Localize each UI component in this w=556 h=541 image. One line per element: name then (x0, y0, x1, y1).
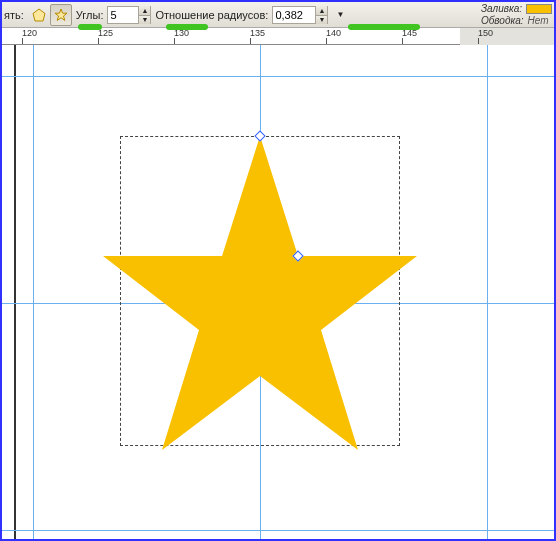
ruler-tick: 140 (326, 28, 341, 38)
toolbar: ять: Углы: ▲ ▼ Отношение радиусов: (2, 2, 554, 28)
style-indicator: Заливка: Обводка: Нет (481, 3, 552, 27)
ratio-label: Отношение радиусов: (155, 9, 268, 21)
fill-swatch[interactable] (526, 4, 552, 14)
ratio-up[interactable]: ▲ (315, 6, 327, 15)
app-window: ять: Углы: ▲ ▼ Отношение радиусов: (2, 2, 554, 539)
annotation-underline-3 (348, 24, 420, 30)
canvas[interactable] (2, 45, 554, 539)
corners-down[interactable]: ▼ (138, 15, 150, 24)
change-label: ять: (4, 9, 24, 21)
guide-horizontal[interactable] (2, 530, 554, 531)
ruler-horizontal[interactable]: 120 125 130 135 140 145 150 (2, 28, 460, 45)
ratio-down[interactable]: ▼ (315, 15, 327, 24)
ruler-tick: 120 (22, 28, 37, 38)
star-icon (54, 8, 68, 22)
guide-horizontal[interactable] (2, 76, 554, 77)
corners-spinbox[interactable]: ▲ ▼ (107, 6, 151, 24)
svg-marker-0 (33, 9, 45, 21)
ruler-tick: 150 (478, 28, 493, 38)
corners-input[interactable] (108, 9, 138, 21)
ruler-tick: 135 (250, 28, 265, 38)
svg-marker-1 (55, 9, 67, 20)
stroke-label: Обводка: (481, 15, 524, 26)
annotation-underline-2 (166, 24, 208, 30)
stroke-value[interactable]: Нет (527, 15, 548, 26)
svg-marker-2 (103, 136, 417, 450)
star-button[interactable] (50, 4, 72, 26)
polygon-button[interactable] (28, 4, 50, 26)
corners-label: Углы: (76, 9, 104, 21)
ratio-spinbox[interactable]: ▲ ▼ (272, 6, 328, 24)
pentagon-icon (32, 8, 46, 22)
corners-up[interactable]: ▲ (138, 6, 150, 15)
toolbar-overflow[interactable]: ▼ (332, 6, 348, 24)
star-shape[interactable] (87, 110, 433, 456)
shape-mode-group (28, 4, 72, 26)
guide-vertical[interactable] (33, 45, 34, 539)
annotation-underline-1 (78, 24, 102, 30)
page-edge-left (14, 45, 16, 539)
fill-label: Заливка: (481, 3, 522, 14)
guide-vertical[interactable] (487, 45, 488, 539)
ratio-input[interactable] (273, 9, 315, 21)
